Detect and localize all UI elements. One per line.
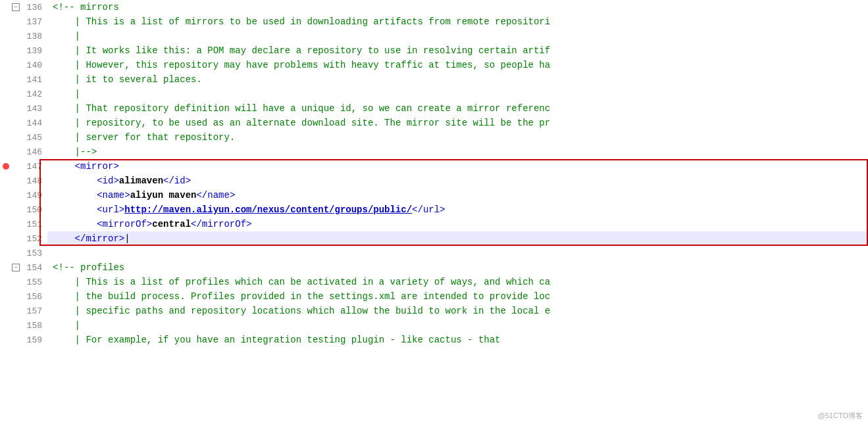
code-line: 140 | However, this repository may have … <box>0 58 868 72</box>
red-box-line: 150 <url>http://maven.aliyun.com/nexus/c… <box>0 202 868 217</box>
line-content: | <box>47 29 868 43</box>
line-number: 158 <box>22 321 42 331</box>
line-content: <mirror> <box>47 159 868 174</box>
line-number: 139 <box>22 46 42 56</box>
line-content: | <box>47 87 868 101</box>
line-content: </mirror>| <box>47 231 868 246</box>
red-box-line: 152 </mirror>| <box>0 231 868 246</box>
line-number: 151 <box>22 220 42 229</box>
line-number: 159 <box>22 335 42 345</box>
line-number: 154 <box>22 263 42 273</box>
code-line: 158 | <box>0 318 868 333</box>
line-number: 142 <box>22 89 42 99</box>
code-line: 146 |--> <box>0 145 868 159</box>
line-content: <!-- mirrors <box>47 0 868 14</box>
code-line: 141 | it to several places. <box>0 72 868 87</box>
line-content: | server for that repository. <box>47 130 868 145</box>
line-content: |--> <box>47 145 868 159</box>
line-content <box>47 246 868 260</box>
code-line: 143 | That repository definition will ha… <box>0 101 868 116</box>
line-number: 146 <box>22 147 42 157</box>
red-box-line: 149 <name>aliyun maven</name> <box>0 188 868 202</box>
line-number: 148 <box>22 176 42 186</box>
line-number: 152 <box>22 234 42 244</box>
line-number: 157 <box>22 306 42 316</box>
code-line: 142 | <box>0 87 868 101</box>
red-box-line: 151 <mirrorOf>central</mirrorOf> <box>0 217 868 231</box>
line-content: | This is a list of profiles which can b… <box>47 275 868 289</box>
line-content: | it to several places. <box>47 72 868 87</box>
line-number: 155 <box>22 277 42 287</box>
line-content: <!-- profiles <box>47 260 868 275</box>
code-line: 138 | <box>0 29 868 43</box>
code-line: 145 | server for that repository. <box>0 130 868 145</box>
line-number: 140 <box>22 60 42 70</box>
code-line: 159 | For example, if you have an integr… <box>0 333 868 347</box>
line-content: | This is a list of mirrors to be used i… <box>47 14 868 29</box>
line-number: 147 <box>22 162 42 172</box>
line-content: <url>http://maven.aliyun.com/nexus/conte… <box>47 202 868 217</box>
red-box-wrapper: 147 <mirror>148 <id>alimaven</id>149 <na… <box>0 159 868 246</box>
line-number: 153 <box>22 248 42 258</box>
line-content: | It works like this: a POM may declare … <box>47 43 868 58</box>
line-number: 145 <box>22 133 42 143</box>
code-line: 157 | specific paths and repository loca… <box>0 304 868 318</box>
line-number: 138 <box>22 32 42 41</box>
line-content: | the build process. Profiles provided i… <box>47 289 868 304</box>
line-number: 144 <box>22 118 42 128</box>
code-line: 156 | the build process. Profiles provid… <box>0 289 868 304</box>
code-lines: −136<!-- mirrors137 | This is a list of … <box>0 0 868 347</box>
line-content: <id>alimaven</id> <box>47 174 868 188</box>
code-line: −136<!-- mirrors <box>0 0 868 14</box>
code-line: 137 | This is a list of mirrors to be us… <box>0 14 868 29</box>
line-content: | repository, to be used as an alternate… <box>47 116 868 130</box>
line-number: 136 <box>22 3 42 12</box>
line-number: 137 <box>22 17 42 27</box>
red-box-line: 148 <id>alimaven</id> <box>0 174 868 188</box>
line-content: | However, this repository may have prob… <box>47 58 868 72</box>
code-line: −154<!-- profiles <box>0 260 868 275</box>
code-line: 153 <box>0 246 868 260</box>
line-number: 143 <box>22 104 42 114</box>
line-content: <name>aliyun maven</name> <box>47 188 868 202</box>
line-content: <mirrorOf>central</mirrorOf> <box>47 217 868 231</box>
line-number: 149 <box>22 191 42 201</box>
code-line: 144 | repository, to be used as an alter… <box>0 116 868 130</box>
line-number: 150 <box>22 205 42 215</box>
watermark: @51CTO博客 <box>818 411 863 421</box>
line-content: | For example, if you have an integratio… <box>47 333 868 347</box>
fold-icon[interactable]: − <box>12 264 20 272</box>
line-content: | specific paths and repository location… <box>47 304 868 318</box>
code-line: 155 | This is a list of profiles which c… <box>0 275 868 289</box>
line-content: | <box>47 318 868 333</box>
line-number: 141 <box>22 75 42 85</box>
line-number: 156 <box>22 292 42 302</box>
line-content: | That repository definition will have a… <box>47 101 868 116</box>
fold-icon[interactable]: − <box>12 3 20 11</box>
breakpoint-dot[interactable] <box>3 163 9 170</box>
code-line: 139 | It works like this: a POM may decl… <box>0 43 868 58</box>
code-editor: −136<!-- mirrors137 | This is a list of … <box>0 0 868 426</box>
red-box-line: 147 <mirror> <box>0 159 868 174</box>
